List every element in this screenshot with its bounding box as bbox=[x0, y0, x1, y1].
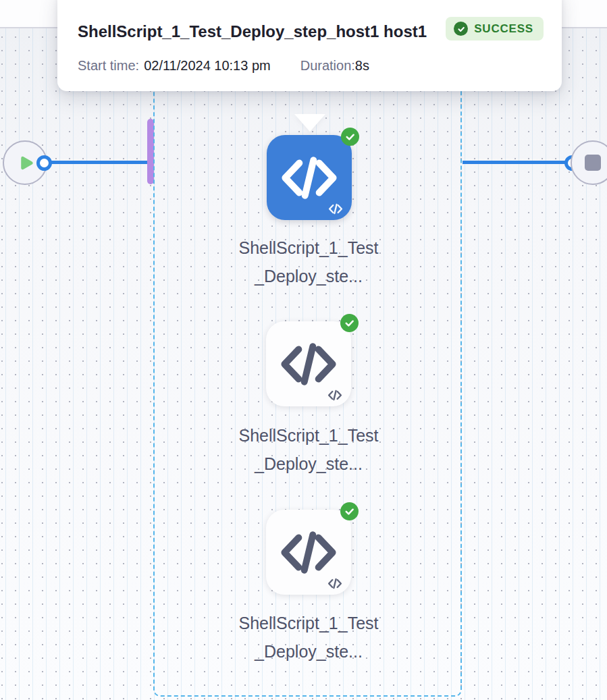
step-label: ShellScript_1_Test_Deploy_ste... bbox=[237, 421, 380, 478]
start-connector-ring bbox=[36, 155, 52, 171]
step-node-shellscript-3[interactable] bbox=[266, 510, 351, 595]
step-node-shellscript-2[interactable] bbox=[266, 321, 351, 406]
edge-start-to-group bbox=[47, 161, 153, 164]
code-icon bbox=[279, 342, 338, 387]
step-node-shellscript-1[interactable] bbox=[267, 135, 352, 220]
success-check-icon bbox=[340, 314, 359, 332]
status-badge: SUCCESS bbox=[446, 17, 544, 41]
success-check-icon bbox=[454, 22, 468, 36]
code-icon bbox=[327, 578, 342, 589]
step-details-tooltip: ShellScript_1_Test_Deploy_step_host1 hos… bbox=[57, 0, 562, 91]
edge-group-to-end bbox=[463, 161, 568, 164]
tooltip-step-title: ShellScript_1_Test_Deploy_step_host1 hos… bbox=[78, 16, 442, 47]
code-icon bbox=[279, 530, 338, 575]
play-icon bbox=[14, 153, 36, 173]
tooltip-meta-row: Start time: 02/11/2024 10:13 pm Duration… bbox=[78, 58, 542, 74]
duration-value: 8s bbox=[355, 58, 369, 74]
code-icon bbox=[328, 203, 343, 215]
pipeline-end-node bbox=[571, 140, 607, 185]
start-time-value: 02/11/2024 10:13 pm bbox=[144, 58, 271, 74]
tooltip-arrow bbox=[294, 114, 325, 132]
success-check-icon bbox=[341, 128, 359, 146]
status-badge-label: SUCCESS bbox=[474, 22, 533, 36]
step-label: ShellScript_1_Test_Deploy_ste... bbox=[237, 234, 380, 290]
start-time-label: Start time: bbox=[78, 58, 139, 74]
success-check-icon bbox=[340, 502, 359, 520]
pipeline-canvas[interactable]: ShellScript_1_Test_Deploy_ste... ShellSc… bbox=[0, 0, 607, 700]
stop-icon bbox=[585, 155, 601, 171]
step-label: ShellScript_1_Test_Deploy_ste... bbox=[237, 609, 380, 666]
duration-label: Duration: bbox=[300, 58, 355, 74]
code-icon bbox=[280, 155, 339, 200]
code-icon bbox=[327, 389, 342, 401]
